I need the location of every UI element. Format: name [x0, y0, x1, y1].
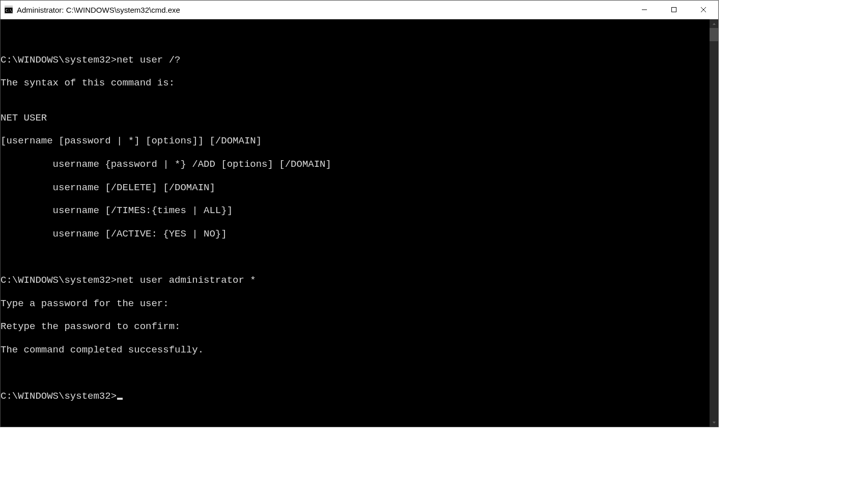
terminal-line: The syntax of this command is:	[1, 77, 710, 89]
terminal-line: Retype the password to confirm:	[1, 321, 710, 333]
terminal-line: username [/DELETE] [/DOMAIN]	[1, 182, 710, 194]
scroll-down-arrow-icon[interactable]	[710, 418, 718, 427]
window-title: Administrator: C:\WINDOWS\system32\cmd.e…	[17, 6, 630, 14]
terminal-content[interactable]: C:\WINDOWS\system32>net user /? The synt…	[1, 19, 710, 427]
maximize-button[interactable]	[659, 1, 689, 19]
vertical-scrollbar[interactable]	[710, 19, 718, 427]
title-bar[interactable]: C:\ Administrator: C:\WINDOWS\system32\c…	[1, 1, 718, 19]
terminal-line: [username [password | *] [options]] [/DO…	[1, 135, 710, 147]
cmd-icon: C:\	[5, 6, 13, 14]
svg-rect-4	[672, 8, 676, 12]
scroll-up-arrow-icon[interactable]	[710, 19, 718, 28]
scroll-thumb[interactable]	[710, 28, 718, 41]
svg-marker-7	[713, 23, 716, 25]
close-button[interactable]	[689, 1, 718, 19]
terminal-line: NET USER	[1, 112, 710, 124]
terminal-line: C:\WINDOWS\system32>net user administrat…	[1, 275, 710, 286]
terminal-line: The command completed successfully.	[1, 344, 710, 356]
terminal-line: Type a password for the user:	[1, 298, 710, 310]
terminal-line: C:\WINDOWS\system32>net user /?	[1, 54, 710, 66]
cmd-window: C:\ Administrator: C:\WINDOWS\system32\c…	[0, 0, 719, 427]
svg-text:C:\: C:\	[6, 9, 12, 13]
terminal-prompt-line: C:\WINDOWS\system32>	[1, 391, 710, 402]
terminal-line: username [/ACTIVE: {YES | NO}]	[1, 228, 710, 240]
terminal-area[interactable]: C:\WINDOWS\system32>net user /? The synt…	[1, 19, 718, 427]
terminal-output: C:\WINDOWS\system32>net user /? The synt…	[1, 19, 710, 402]
terminal-cursor	[117, 398, 123, 400]
minimize-button[interactable]	[630, 1, 659, 19]
terminal-line: username [/TIMES:{times | ALL}]	[1, 205, 710, 217]
window-controls	[630, 1, 718, 19]
terminal-line: username {password | *} /ADD [options] […	[1, 159, 710, 170]
svg-rect-1	[5, 6, 13, 8]
terminal-prompt: C:\WINDOWS\system32>	[1, 391, 117, 402]
svg-marker-8	[713, 422, 716, 424]
